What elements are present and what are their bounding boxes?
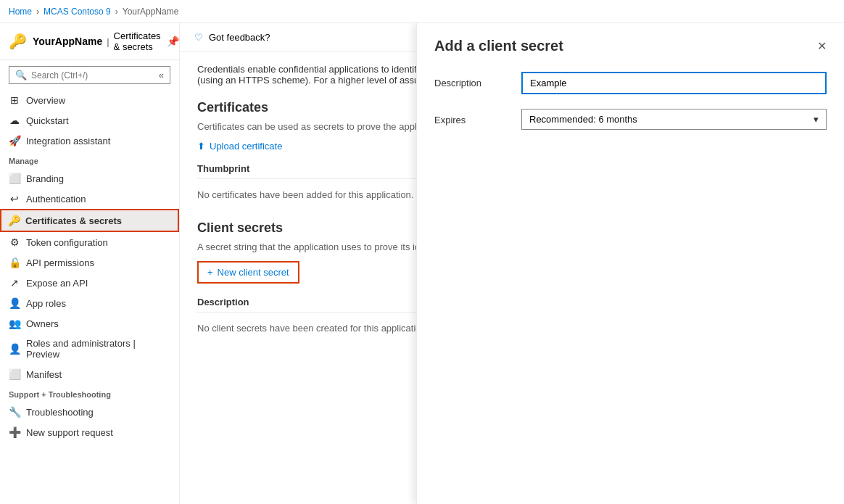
sidebar-item-branding[interactable]: ⬜ Branding: [0, 168, 179, 189]
feedback-icon: ♡: [194, 32, 203, 43]
app-roles-icon: 👤: [9, 297, 20, 309]
collapse-button[interactable]: «: [159, 70, 164, 80]
sidebar: 🔑 YourAppName | Certificates & secrets 📌…: [0, 23, 180, 504]
new-support-icon: ➕: [9, 426, 20, 438]
close-panel-button[interactable]: ✕: [817, 39, 827, 53]
add-client-secret-panel: Add a client secret ✕ Description Expire…: [416, 23, 844, 504]
sidebar-item-integration[interactable]: 🚀 Integration assistant: [0, 131, 179, 151]
app-header: 🔑 YourAppName | Certificates & secrets 📌…: [0, 23, 179, 60]
breadcrumb: Home › MCAS Contoso 9 › YourAppName: [0, 0, 844, 23]
description-row: Description: [434, 72, 827, 94]
sidebar-item-manifest[interactable]: ⬜ Manifest: [0, 364, 179, 384]
sidebar-item-certs-secrets[interactable]: 🔑 Certificates & secrets: [0, 209, 179, 232]
sidebar-item-api-permissions[interactable]: 🔒 API permissions: [0, 252, 179, 273]
sidebar-item-overview[interactable]: ⊞ Overview: [0, 90, 179, 110]
support-label: Support + Troubleshooting: [0, 384, 179, 402]
sidebar-item-new-support[interactable]: ➕ New support request: [0, 422, 179, 442]
sidebar-item-token-config[interactable]: ⚙ Token configuration: [0, 232, 179, 252]
search-input[interactable]: [31, 70, 154, 80]
breadcrumb-home[interactable]: Home: [9, 7, 32, 17]
expires-select[interactable]: Recommended: 6 months 3 months 12 months…: [522, 110, 826, 129]
expires-label: Expires: [434, 109, 507, 125]
token-config-icon: ⚙: [9, 236, 20, 248]
api-permissions-icon: 🔒: [9, 257, 20, 268]
plus-icon: +: [207, 267, 213, 278]
owners-icon: 👥: [9, 318, 20, 329]
upload-icon: ⬆: [197, 141, 205, 152]
sidebar-item-roles-admins[interactable]: 👤 Roles and administrators | Preview: [0, 334, 179, 364]
panel-title: Add a client secret: [434, 38, 563, 54]
search-box: 🔍 «: [9, 66, 170, 84]
description-input[interactable]: [521, 72, 827, 94]
expose-api-icon: ↗: [9, 277, 20, 289]
troubleshooting-icon: 🔧: [9, 406, 20, 418]
description-label: Description: [434, 72, 507, 88]
sidebar-item-owners[interactable]: 👥 Owners: [0, 313, 179, 334]
overview-icon: ⊞: [9, 94, 20, 106]
app-name: YourAppName: [33, 36, 102, 47]
roles-admins-icon: 👤: [9, 343, 20, 355]
sidebar-item-authentication[interactable]: ↩ Authentication: [0, 189, 179, 209]
expires-row: Expires Recommended: 6 months 3 months 1…: [434, 109, 827, 130]
authentication-icon: ↩: [9, 193, 20, 205]
panel-header: Add a client secret ✕: [434, 38, 827, 54]
app-section: Certificates & secrets: [114, 30, 161, 52]
breadcrumb-mcas[interactable]: MCAS Contoso 9: [44, 7, 111, 17]
expires-select-wrapper: Recommended: 6 months 3 months 12 months…: [521, 109, 827, 130]
sidebar-item-app-roles[interactable]: 👤 App roles: [0, 293, 179, 313]
key-icon: 🔑: [9, 33, 27, 50]
branding-icon: ⬜: [9, 173, 20, 184]
manage-label: Manage: [0, 151, 179, 168]
content-area: ♡ Got feedback? Credentials enable confi…: [180, 23, 844, 504]
breadcrumb-app: YourAppName: [123, 7, 179, 17]
quickstart-icon: ☁: [9, 115, 20, 126]
manifest-icon: ⬜: [9, 368, 20, 380]
new-client-secret-button[interactable]: + New client secret: [197, 261, 299, 284]
pin-icon[interactable]: 📌: [167, 36, 179, 47]
sidebar-item-quickstart[interactable]: ☁ Quickstart: [0, 110, 179, 131]
search-icon: 🔍: [15, 70, 27, 80]
integration-icon: 🚀: [9, 135, 20, 146]
certs-secrets-icon: 🔑: [8, 215, 20, 226]
feedback-text[interactable]: Got feedback?: [209, 32, 270, 43]
sidebar-item-expose-api[interactable]: ↗ Expose an API: [0, 273, 179, 293]
sidebar-item-troubleshooting[interactable]: 🔧 Troubleshooting: [0, 402, 179, 422]
